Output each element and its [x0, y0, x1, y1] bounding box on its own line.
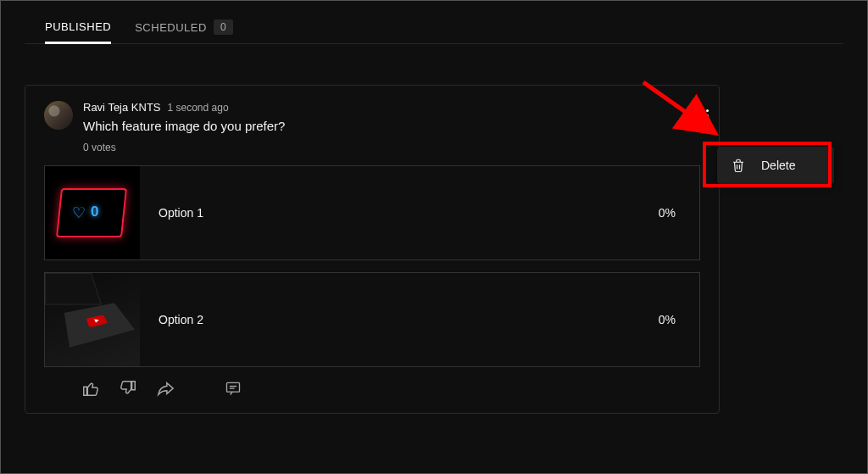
option-thumbnail — [45, 273, 140, 366]
tab-published[interactable]: PUBLISHED — [45, 12, 111, 44]
thumbs-up-icon — [81, 379, 100, 398]
option-label: Option 2 — [140, 313, 659, 326]
poll-option[interactable]: ♡ 0 Option 1 0% — [44, 165, 700, 260]
like-button[interactable] — [81, 379, 100, 398]
tabs-bar: PUBLISHED SCHEDULED 0 — [25, 1, 843, 44]
option-percent: 0% — [659, 206, 699, 220]
thumbs-down-icon — [119, 379, 137, 398]
community-post-card: Ravi Teja KNTS 1 second ago Which featur… — [25, 85, 720, 414]
svg-rect-0 — [227, 382, 240, 392]
poll-option[interactable]: Option 2 0% — [44, 272, 700, 367]
tab-scheduled[interactable]: SCHEDULED 0 — [135, 11, 233, 43]
post-time: 1 second ago — [168, 102, 229, 114]
post-actions — [81, 379, 700, 398]
share-icon — [156, 379, 175, 398]
post-text: Which feature image do you prefer? — [83, 119, 700, 133]
tab-label: PUBLISHED — [45, 20, 111, 33]
vote-count: 0 votes — [83, 142, 700, 153]
tab-label: SCHEDULED — [135, 21, 207, 34]
delete-menu-item[interactable]: Delete — [717, 147, 834, 184]
avatar[interactable] — [44, 101, 73, 130]
comment-icon — [225, 380, 242, 397]
menu-item-label: Delete — [761, 159, 795, 172]
post-meta: Ravi Teja KNTS 1 second ago Which featur… — [83, 101, 700, 153]
author-name: Ravi Teja KNTS — [83, 101, 161, 114]
share-button[interactable] — [156, 379, 175, 398]
trash-icon — [731, 158, 746, 173]
post-header: Ravi Teja KNTS 1 second ago Which featur… — [44, 101, 700, 153]
more-vertical-icon — [706, 109, 709, 122]
more-options-button[interactable] — [701, 104, 714, 127]
dislike-button[interactable] — [119, 379, 137, 398]
comment-button[interactable] — [224, 379, 242, 398]
option-percent: 0% — [659, 313, 699, 326]
poll-options: ♡ 0 Option 1 0% Option 2 0% — [44, 165, 700, 367]
option-label: Option 1 — [140, 206, 659, 220]
option-thumbnail: ♡ 0 — [45, 166, 140, 259]
scheduled-count-badge: 0 — [214, 20, 233, 35]
options-menu: Delete — [717, 147, 834, 184]
